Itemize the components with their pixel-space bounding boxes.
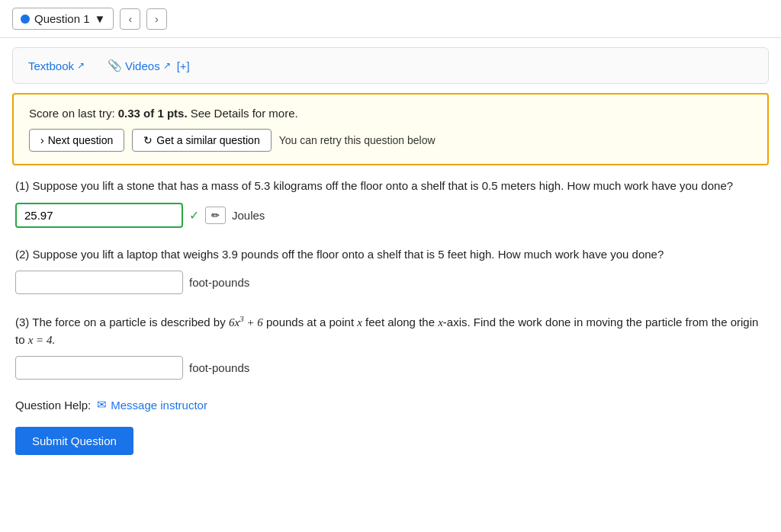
- textbook-link[interactable]: Textbook ↗: [28, 59, 85, 72]
- message-instructor-label: Message instructor: [111, 399, 207, 412]
- score-text: Score on last try: 0.33 of 1 pts. See De…: [29, 107, 752, 120]
- question-selector[interactable]: Question 1 ▼: [12, 8, 114, 30]
- q3-formula: 6x3 + 6: [229, 316, 263, 328]
- top-navigation: Question 1 ▼ ‹ ›: [0, 0, 781, 38]
- refresh-icon: ↻: [143, 134, 153, 146]
- score-suffix: See Details for more.: [191, 107, 298, 120]
- videos-link[interactable]: 📎 Videos ↗ [+]: [108, 59, 190, 72]
- q3-unit: foot-pounds: [189, 361, 249, 374]
- next-question-button[interactable]: ›: [146, 8, 167, 30]
- add-resource-label: [+]: [177, 59, 190, 72]
- question-2-block: (2) Suppose you lift a laptop that weigh…: [15, 246, 766, 295]
- similar-btn-label: Get a similar question: [156, 134, 259, 146]
- textbook-label: Textbook: [28, 59, 74, 72]
- q3-number: (3): [15, 316, 29, 328]
- question-1-block: (1) Suppose you lift a stone that has a …: [15, 178, 766, 228]
- main-content: (1) Suppose you lift a stone that has a …: [0, 178, 781, 455]
- q1-text: Suppose you lift a stone that has a mass…: [33, 179, 734, 192]
- score-value: 0.33 of 1 pts.: [118, 107, 188, 120]
- q3-x: x: [357, 316, 362, 328]
- question-3-block: (3) The force on a particle is described…: [15, 312, 766, 380]
- q2-answer-input[interactable]: [15, 271, 183, 294]
- question-dot: [21, 14, 30, 24]
- q3-answer-input[interactable]: [15, 356, 183, 380]
- external-link-icon-2: ↗: [163, 60, 171, 71]
- question-label: Question 1: [34, 12, 90, 25]
- chevron-right-icon: ›: [40, 134, 44, 146]
- pencil-icon: ✏: [211, 210, 220, 221]
- q1-unit: Joules: [232, 209, 265, 222]
- question-2-answer-row: foot-pounds: [15, 271, 766, 294]
- prev-question-button[interactable]: ‹: [120, 8, 140, 30]
- q1-edit-button[interactable]: ✏: [205, 207, 226, 224]
- chevron-down-icon: ▼: [95, 12, 106, 25]
- q1-number: (1): [15, 179, 29, 192]
- videos-label: Videos: [125, 59, 160, 72]
- external-link-icon: ↗: [77, 60, 85, 71]
- question-3-text: (3) The force on a particle is described…: [15, 312, 766, 348]
- question-1-text: (1) Suppose you lift a stone that has a …: [15, 178, 766, 195]
- score-actions: › Next question ↻ Get a similar question…: [29, 129, 752, 152]
- similar-question-button[interactable]: ↻ Get a similar question: [132, 129, 271, 152]
- next-question-button-score[interactable]: › Next question: [29, 129, 124, 152]
- clip-icon: 📎: [108, 59, 122, 72]
- help-label: Question Help:: [15, 399, 91, 412]
- q1-answer-input[interactable]: [15, 203, 183, 228]
- question-1-answer-row: ✓ ✏ Joules: [15, 203, 766, 228]
- q3-xaxis: x: [438, 316, 443, 328]
- envelope-icon: ✉: [97, 398, 107, 412]
- q2-text: Suppose you lift a laptop that weighs 3.…: [33, 248, 664, 261]
- next-btn-label: Next question: [48, 134, 114, 146]
- retry-text: You can retry this question below: [279, 134, 435, 146]
- score-box: Score on last try: 0.33 of 1 pts. See De…: [12, 93, 769, 165]
- submit-question-button[interactable]: Submit Question: [15, 427, 133, 455]
- score-prefix: Score on last try:: [29, 107, 115, 120]
- q3-endpoint: x = 4.: [28, 334, 56, 346]
- check-icon: ✓: [189, 208, 199, 223]
- question-2-text: (2) Suppose you lift a laptop that weigh…: [15, 246, 766, 264]
- question-3-answer-row: foot-pounds: [15, 356, 766, 380]
- resources-bar: Textbook ↗ 📎 Videos ↗ [+]: [12, 47, 769, 84]
- q2-number: (2): [15, 248, 29, 261]
- q2-unit: foot-pounds: [189, 276, 249, 289]
- question-help: Question Help: ✉ Message instructor: [15, 398, 766, 412]
- message-instructor-link[interactable]: ✉ Message instructor: [97, 398, 207, 412]
